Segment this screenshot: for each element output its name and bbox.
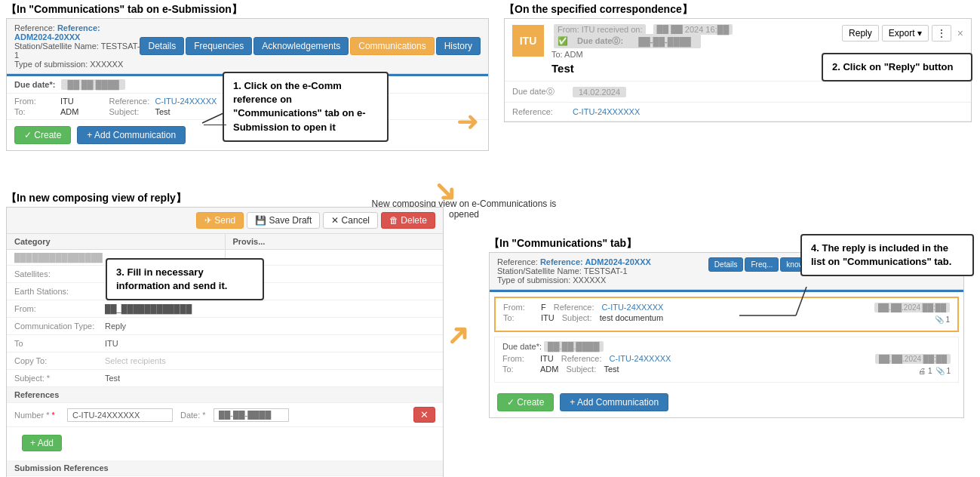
reference-field-row: Reference: C-ITU-24XXXXXX xyxy=(505,103,971,122)
station-name: Station/Satellite Name: TESTSAT-1 xyxy=(14,42,140,60)
subject-item: Subject: Test xyxy=(109,107,217,116)
callout-1: 1. Click on the e-Comm reference on "Com… xyxy=(223,72,389,142)
rb-subj-label-1: Subject: xyxy=(562,313,592,322)
callout-3: 3. Fill in necessary information and sen… xyxy=(106,258,264,300)
from-item: From: ITU xyxy=(14,97,78,106)
export-button[interactable]: Export ▾ xyxy=(882,25,929,42)
rb-ref-val-1[interactable]: C-ITU-24XXXXX xyxy=(602,303,664,312)
reference-field-key: Reference: xyxy=(512,107,573,116)
to-item: To: ADM xyxy=(14,107,78,116)
comm-item-right-1: ██.██.2024 ██:██ 📎 1 xyxy=(874,303,950,324)
earth-stations-label: Earth Stations: xyxy=(14,287,105,296)
compose-toolbar: ✈ Send 💾 Save Draft ✕ Cancel 🗑 Delete xyxy=(7,208,443,234)
ref-item: Reference: C-ITU-24XXXXX xyxy=(109,97,217,106)
cancel-button[interactable]: ✕ Cancel xyxy=(323,212,378,229)
rb-tab-details[interactable]: Details xyxy=(708,257,744,272)
ref-value-link[interactable]: C-ITU-24XXXXX xyxy=(155,97,217,106)
tab-acknowledgements[interactable]: Acknowledgements xyxy=(253,37,349,55)
rb-attaches-2: 🖨 1 📎 1 xyxy=(918,367,951,375)
create-button-bottom[interactable]: ✓ Create xyxy=(497,393,554,411)
compose-to-row: To ITU xyxy=(7,335,443,352)
rb-ref-val-2[interactable]: C-ITU-24XXXXX xyxy=(610,354,671,363)
compose-subject-value: Test xyxy=(105,374,435,383)
compose-from-row: From: ██_████████████ xyxy=(7,300,443,318)
rb-sub-type: Type of submission: XXXXXX xyxy=(497,275,651,285)
due-date-field-key: Due date⓪ xyxy=(512,86,573,97)
callout-4: 4. The reply is included in the list on … xyxy=(800,234,974,276)
close-button[interactable]: × xyxy=(957,27,963,39)
arrow-right-top: ➜ xyxy=(456,106,479,137)
callout-3-text: 3. Fill in necessary information and sen… xyxy=(116,266,227,291)
left-top-panel: 【In "Communications" tab on e-Submission… xyxy=(0,0,498,20)
ref-date-label: Date: * xyxy=(180,411,206,420)
add-communication-button-top[interactable]: + Add Communication xyxy=(77,126,186,144)
comm-item-meta-2a: From: ITU Reference: C-ITU-24XXXXX xyxy=(502,354,671,363)
reference-line: Reference: Reference: ADM2024-20XXX xyxy=(14,23,140,42)
more-button[interactable]: ⋮ xyxy=(932,25,951,42)
ref-date-input[interactable] xyxy=(214,408,289,422)
create-button-top[interactable]: ✓ Create xyxy=(14,126,71,144)
right-top-panel: 【On the specified correspondence】 ITU Fr… xyxy=(498,0,980,20)
subject-label: Subject: xyxy=(109,107,150,116)
comm-item-meta-1a: From: F Reference: C-ITU-24XXXXX xyxy=(503,303,663,312)
rb-attach2-clip: 📎 1 xyxy=(935,367,951,375)
delete-button[interactable]: 🗑 Delete xyxy=(381,212,435,229)
refs-section-header: References xyxy=(7,387,443,403)
meta-col-right: Reference: C-ITU-24XXXXX Subject: Test xyxy=(109,97,217,116)
comm-box2: Reference: Reference: ADM2024-20XXX Stat… xyxy=(489,252,964,418)
comm-type-label: Communication Type: xyxy=(14,322,105,331)
from-label: From: xyxy=(14,97,56,106)
add-ref-button[interactable]: + Add xyxy=(22,435,62,451)
tab-communications[interactable]: Communications xyxy=(350,37,434,55)
subject-row: Subject: * Test xyxy=(7,370,443,387)
due-date-value: ██ ██ ████ xyxy=(61,79,124,90)
send-button[interactable]: ✈ Send xyxy=(196,212,244,229)
copy-to-label: Copy To: xyxy=(14,356,105,365)
rb-from-val-1: F xyxy=(541,303,546,312)
reference-field-val[interactable]: C-ITU-24XXXXXX xyxy=(573,107,640,116)
rb-due-label: Due date*: xyxy=(502,342,542,351)
corr-from-line: From: ITU received on: ██ ██ 2024 16:██ … xyxy=(551,25,834,48)
left-bottom-title: 【In new composing view of reply】 xyxy=(0,189,453,208)
comm-item-meta-1b: To: ITU Subject: test documentum xyxy=(503,313,663,322)
rb-station: Station/Satellite Name: TESTSAT-1 xyxy=(497,266,651,275)
tab-bar-top: Details Frequencies Acknowledgements Com… xyxy=(140,37,481,55)
rb-to-label-1: To: xyxy=(503,313,533,322)
rb-ref-label-2: Reference: xyxy=(561,354,602,363)
tab-frequencies[interactable]: Frequencies xyxy=(186,37,252,55)
comm-type-value: Reply xyxy=(105,322,435,331)
comm-item-row-2: From: ITU Reference: C-ITU-24XXXXX To: A… xyxy=(502,354,951,375)
rb-tab-freq[interactable]: Freq... xyxy=(745,257,779,272)
tab-history[interactable]: History xyxy=(436,37,481,55)
ref-header-left: Reference: Reference: ADM2024-20XXX Stat… xyxy=(14,23,140,69)
meta-col-left: From: ITU To: ADM xyxy=(14,97,78,116)
rb-due-date-row: Due date*: ██.██.████ xyxy=(502,342,951,351)
reply-button[interactable]: Reply xyxy=(842,25,879,42)
compose-to-value: ITU xyxy=(105,339,435,348)
add-communication-button-bottom[interactable]: + Add Communication xyxy=(560,393,668,411)
blue-separator-bottom xyxy=(490,290,963,292)
comm-item-left-1: From: F Reference: C-ITU-24XXXXX To: ITU… xyxy=(503,303,663,324)
left-top-title: 【In "Communications" tab on e-Submission… xyxy=(0,0,498,20)
compose-from-label: From: xyxy=(14,304,105,313)
copy-to-placeholder[interactable]: Select recipients xyxy=(105,356,435,365)
due-date-field-row: Due date⓪ 14.02.2024 xyxy=(505,82,971,103)
rb-ref-label-1: Reference: xyxy=(554,303,594,312)
comm-item-meta-2b: To: ADM Subject: Test xyxy=(502,365,671,374)
compose-box: ✈ Send 💾 Save Draft ✕ Cancel 🗑 Delete Ca… xyxy=(6,207,444,477)
submission-type: Type of submission: XXXXXX xyxy=(14,60,140,69)
rb-from-val-2: ITU xyxy=(540,354,554,363)
corr-actions: Reply Export ▾ ⋮ × xyxy=(842,25,963,42)
corr-meta: From: ITU received on: ██ ██ 2024 16:██ … xyxy=(551,25,834,75)
tab-details[interactable]: Details xyxy=(140,37,184,55)
category-col-header: Category xyxy=(7,234,226,249)
ref-number-input[interactable] xyxy=(67,408,173,422)
callout-2: 2. Click on "Reply" button xyxy=(822,53,972,82)
save-draft-button[interactable]: 💾 Save Draft xyxy=(247,212,320,229)
action-btns-bottom: ✓ Create + Add Communication xyxy=(490,387,963,417)
left-bottom-panel: 【In new composing view of reply】 ✈ Send … xyxy=(0,189,453,208)
comm-box2-ref: Reference: Reference: ADM2024-20XXX Stat… xyxy=(497,257,651,285)
provision-col-header: Provis... xyxy=(226,234,444,249)
rb-from-label-2: From: xyxy=(502,354,533,363)
delete-ref-button[interactable]: ✕ xyxy=(413,407,435,423)
